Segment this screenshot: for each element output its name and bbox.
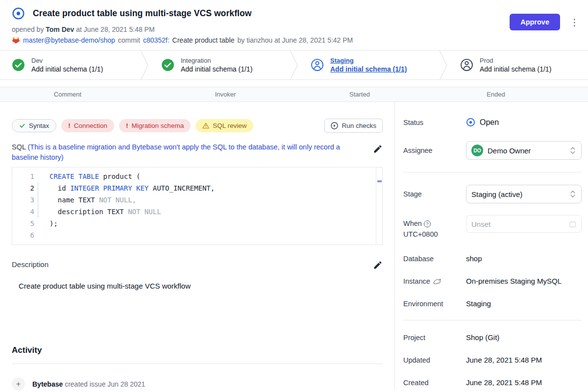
assignee-select[interactable]: DO Demo Owner [466, 141, 582, 160]
check-badges: Syntax ! Connection ! Migration schema [12, 119, 253, 132]
column-invoker: Invoker [135, 91, 316, 98]
updated-label: Updated [403, 356, 466, 364]
warning-triangle-icon [202, 122, 209, 129]
stage-pipeline: Dev Add initial schema (1/1) Integration… [0, 50, 588, 80]
line-number: 5 [12, 218, 38, 229]
created-value: June 28, 2021 5:48 PM [466, 378, 542, 387]
sql-baseline-note: (This is a baseline migration and Byteba… [12, 143, 340, 161]
code-line: 2 id INTEGER PRIMARY KEY AUTO_INCREMENT, [12, 182, 382, 194]
stage-separator [140, 50, 149, 80]
stage-task[interactable]: Add initial schema (1/1) [181, 65, 252, 73]
help-icon[interactable]: ? [424, 220, 431, 227]
check-badge-migration-schema[interactable]: ! Migration schema [119, 119, 191, 132]
activity-heading: Activity [12, 345, 383, 355]
sql-section-label: SQL (This is a baseline migration and By… [12, 142, 360, 163]
sql-label: SQL [12, 143, 25, 151]
column-ended: Ended [404, 91, 588, 98]
code-line: 5 ); [12, 218, 382, 229]
vcs-commit-line: master@bytebase-demo/shop commit c80352f… [12, 36, 576, 44]
run-checks-label: Run checks [342, 122, 376, 129]
issue-header: Create product table using multi-stage V… [0, 0, 588, 50]
stage-task[interactable]: Add initial schema (1/1) [480, 65, 551, 73]
description-label: Description [12, 260, 49, 269]
project-label: Project [403, 334, 466, 342]
status-value: Open [466, 118, 499, 127]
check-badge-syntax[interactable]: Syntax [12, 119, 56, 132]
sidebar-divider [403, 172, 582, 172]
check-badge-label: SQL review [213, 122, 246, 129]
chevron-updown-icon [569, 190, 576, 198]
environment-value[interactable]: Staging [466, 299, 491, 308]
check-badge-sql-review[interactable]: SQL review [196, 119, 253, 132]
when-timezone: UTC+0800 [403, 229, 466, 239]
check-badge-label: Syntax [29, 122, 49, 129]
run-checks-button[interactable]: Run checks [324, 119, 383, 133]
code-line: 6 [12, 229, 382, 241]
commit-word: commit [118, 36, 140, 44]
activity-item: + Bytebase created issue Jun 28 2021 [12, 377, 383, 391]
chevron-updown-icon [569, 146, 576, 155]
kebab-menu-icon[interactable]: ⋮ [567, 16, 582, 29]
stage-select[interactable]: Staging (active) [466, 185, 582, 203]
line-number: 4 [12, 206, 38, 218]
stage-done-icon [161, 58, 174, 72]
sidebar-divider [403, 320, 582, 320]
editor-scrollbar[interactable] [376, 168, 382, 245]
opened-by-name: Tom Dev [46, 25, 74, 33]
status-label: Status [403, 119, 466, 126]
approve-button[interactable]: Approve [510, 14, 560, 30]
check-ok-icon [19, 122, 25, 129]
instance-label: Instance [403, 277, 466, 285]
issue-open-icon [12, 7, 25, 20]
stage-task[interactable]: Add initial schema (1/1) [31, 65, 103, 73]
edit-sql-icon[interactable] [373, 144, 383, 154]
line-number: 2 [12, 182, 38, 194]
branch-repo-link[interactable]: master@bytebase-demo/shop [23, 36, 115, 44]
stage-select-label: Stage [403, 190, 466, 198]
sql-editor[interactable]: 1 CREATE TABLE product ( 2 id INTEGER PR… [12, 167, 383, 245]
code-line: 4 description TEXT NOT NULL [12, 206, 382, 218]
code-line: 3 name TEXT NOT NULL, [12, 194, 382, 206]
check-badge-label: Migration schema [132, 122, 184, 129]
when-label: When ? UTC+0800 [403, 215, 466, 239]
line-number: 3 [12, 194, 38, 206]
when-placeholder: Unset [471, 220, 569, 228]
activity-divider [12, 364, 383, 364]
database-value[interactable]: shop [466, 254, 482, 263]
line-number: 6 [12, 229, 38, 241]
issue-detail-panel: Syntax ! Connection ! Migration schema [0, 102, 394, 390]
scrollbar-thumb[interactable] [377, 180, 382, 182]
stage-task[interactable]: Add initial schema (1/1) [330, 65, 407, 73]
created-label: Created [403, 379, 466, 387]
column-started: Started [316, 91, 404, 98]
status-text: Open [480, 118, 499, 127]
run-checks-icon [331, 122, 338, 129]
opened-by-prefix: opened by [12, 25, 44, 33]
page-title: Create product table using multi-stage V… [33, 8, 252, 19]
commit-message: Create product table [172, 36, 235, 44]
column-comment: Comment [0, 91, 135, 98]
activity-actor: Bytebase [32, 380, 63, 388]
mysql-dolphin-icon [433, 278, 441, 284]
code-line: 1 CREATE TABLE product ( [12, 171, 382, 182]
stage-integration[interactable]: Integration Add initial schema (1/1) [149, 50, 289, 79]
stage-name[interactable]: Staging [330, 57, 407, 64]
when-datetime-input[interactable]: Unset [466, 215, 582, 233]
assignee-avatar: DO [471, 145, 483, 156]
stage-prod[interactable]: Prod Add initial schema (1/1) [448, 50, 588, 79]
updated-value: June 28, 2021 5:48 PM [466, 356, 542, 364]
stage-name: Dev [31, 57, 103, 64]
stage-dev[interactable]: Dev Add initial schema (1/1) [0, 50, 140, 79]
line-number: 1 [12, 171, 38, 182]
edit-description-icon[interactable] [373, 260, 383, 270]
project-value[interactable]: Shop (Git) [466, 333, 499, 342]
commit-hash-link[interactable]: c80352f: [143, 36, 170, 44]
database-label: Database [403, 255, 466, 263]
stage-staging[interactable]: Staging Add initial schema (1/1) [299, 50, 439, 79]
activity-action: created issue Jun 28 2021 [65, 380, 145, 388]
instance-value[interactable]: On-premises Staging MySQL [466, 277, 562, 285]
check-badge-connection[interactable]: ! Connection [61, 119, 114, 132]
stage-separator [439, 50, 448, 80]
gitlab-icon [12, 36, 20, 44]
issue-sidebar: Status Open Assignee DO Demo Owner [394, 102, 588, 390]
